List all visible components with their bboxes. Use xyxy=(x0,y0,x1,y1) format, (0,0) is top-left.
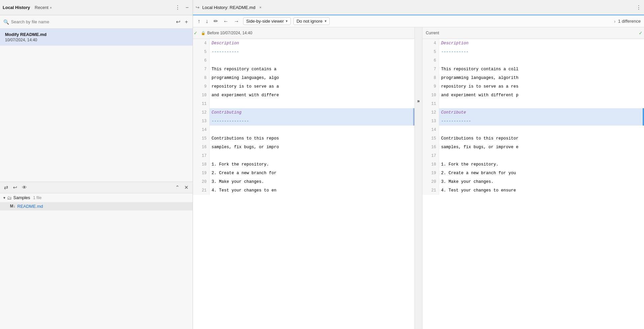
recent-tab[interactable]: Recent × xyxy=(33,4,54,11)
left-line-number: 11 xyxy=(193,100,210,108)
right-tab-bar: ↪ Local History: README.md × ⋮ xyxy=(193,0,644,15)
right-line-number: 11 xyxy=(422,100,439,108)
left-diff-row: 10and experiment with differe xyxy=(193,91,414,100)
right-diff-row: 9repository is to serve as a res xyxy=(422,82,644,91)
right-diff-row: 8programming languages, algorith xyxy=(422,74,644,82)
right-line-number: 14 xyxy=(422,126,439,134)
left-code-cell: repository is to serve as a xyxy=(210,82,414,91)
right-change-indicator xyxy=(643,108,644,126)
left-header: Local History Recent × ⋮ − xyxy=(0,0,193,15)
right-diff-row: 17 xyxy=(422,152,644,160)
add-button[interactable]: + xyxy=(184,18,189,26)
right-diff-row: 4Description xyxy=(422,39,644,48)
viewer-dropdown-arrow-icon: ▾ xyxy=(286,19,288,23)
tab-icon: ↪ xyxy=(196,5,200,10)
arrow-row xyxy=(415,174,422,183)
recent-tab-label: Recent xyxy=(35,5,48,10)
ignore-label: Do not ignore xyxy=(296,19,322,24)
diff-viewer: ✓ 🔒 Before 10/07/2024, 14:40 4Descriptio… xyxy=(193,27,644,329)
ignore-dropdown-arrow-icon: ▾ xyxy=(325,19,327,23)
right-code-cell: Contribute xyxy=(439,108,644,117)
swap-button[interactable]: ⇄ xyxy=(3,184,10,191)
left-diff-row: 15Contributions to this repos xyxy=(193,134,414,143)
arrow-row xyxy=(415,45,422,53)
arrow-row xyxy=(415,27,422,36)
left-code-cell: programming languages, algo xyxy=(210,74,414,82)
file-tree-body: ▾ 🗂 Samples 1 file M↓ README.md xyxy=(0,193,193,329)
eye-button[interactable]: 👁 xyxy=(21,184,28,191)
tab-close-button[interactable]: × xyxy=(259,5,261,9)
history-item[interactable]: Modify README.md 10/07/2024, 14:40 xyxy=(0,29,193,46)
right-diff-row: 192. Create a new branch for you xyxy=(422,169,644,177)
right-line-number: 19 xyxy=(422,169,439,177)
left-pane-title: Before 10/07/2024, 14:40 xyxy=(207,31,252,35)
right-diff-row: 181. Fork the repository. xyxy=(422,160,644,169)
left-line-number: 19 xyxy=(193,169,210,177)
right-line-number: 4 xyxy=(422,39,439,48)
viewer-dropdown[interactable]: Side-by-side viewer ▾ xyxy=(243,17,291,25)
right-code-cell: ----------- xyxy=(439,48,644,56)
tab-menu-icon[interactable]: ⋮ xyxy=(636,4,641,11)
nav-right-button[interactable]: → xyxy=(233,18,241,25)
right-code-cell: 4. Test your changes to ensure xyxy=(439,186,644,195)
left-diff-row: 4Description xyxy=(193,39,414,48)
left-line-number: 7 xyxy=(193,65,210,74)
right-code-cell: Contributions to this repositor xyxy=(439,134,644,143)
right-diff-row: 12Contribute xyxy=(422,108,644,117)
left-code-cell: This repository contains a xyxy=(210,65,414,74)
left-line-number: 18 xyxy=(193,160,210,169)
left-panel: Local History Recent × ⋮ − 🔍 ↩ + Modify … xyxy=(0,0,193,329)
ignore-dropdown[interactable]: Do not ignore ▾ xyxy=(293,17,329,25)
folder-count: 1 file xyxy=(33,195,42,200)
arrow-row xyxy=(415,149,422,157)
recent-tab-close[interactable]: × xyxy=(50,6,52,10)
left-diff-row: 13--------------- xyxy=(193,117,414,126)
navigate-down-button[interactable]: ↓ xyxy=(204,18,210,25)
right-line-number: 6 xyxy=(422,56,439,65)
left-code-cell: and experiment with differe xyxy=(210,91,414,100)
right-diff-row: 10and experiment with different p xyxy=(422,91,644,100)
navigate-up-button[interactable]: ↑ xyxy=(196,18,202,25)
arrow-row xyxy=(415,140,422,149)
right-pane-rows: 4Description5-----------67This repositor… xyxy=(422,39,644,329)
right-diff-row: 16samples, fix bugs, or improve e xyxy=(422,143,644,152)
folder-icon: 🗂 xyxy=(7,195,12,200)
tree-expand-button[interactable]: ⌃ xyxy=(174,184,181,191)
left-diff-row: 8programming languages, algo xyxy=(193,74,414,82)
arrow-row xyxy=(415,166,422,174)
left-code-cell: --------------- xyxy=(210,117,413,126)
right-diff-row: 6 xyxy=(422,56,644,65)
right-line-number: 15 xyxy=(422,134,439,143)
left-code-cell: Description xyxy=(210,39,414,48)
undo-button[interactable]: ↩ xyxy=(175,18,182,26)
diff-count: 1 difference xyxy=(618,19,641,24)
arrow-row xyxy=(415,79,422,88)
folder-row[interactable]: ▾ 🗂 Samples 1 file xyxy=(0,193,193,202)
left-code-cell: Contributing xyxy=(210,108,413,117)
left-line-number: 6 xyxy=(193,56,210,65)
arrow-row: » xyxy=(415,97,422,105)
undo-tree-button[interactable]: ↩ xyxy=(12,184,19,191)
left-line-number: 21 xyxy=(193,186,210,195)
edit-button[interactable]: ✏ xyxy=(212,17,219,25)
right-diff-row: 7This repository contains a coll xyxy=(422,65,644,74)
history-item-title: Modify README.md xyxy=(5,32,189,37)
search-input[interactable] xyxy=(11,19,173,24)
left-line-number: 12 xyxy=(193,108,210,117)
minimize-button[interactable]: − xyxy=(184,4,190,11)
arrow-row xyxy=(415,62,422,71)
left-diff-row: 203. Make your changes. xyxy=(193,177,414,186)
right-code-cell: 1. Fork the repository. xyxy=(439,160,644,169)
arrow-row xyxy=(415,131,422,140)
more-options-button[interactable]: ⋮ xyxy=(174,4,182,11)
nav-left-button[interactable]: ← xyxy=(222,18,230,25)
left-code-cell: Contributions to this repos xyxy=(210,134,414,143)
tree-close-button[interactable]: ✕ xyxy=(183,184,190,191)
search-bar: 🔍 ↩ + xyxy=(0,15,193,29)
left-code-cell: 1. Fork the repository. xyxy=(210,160,414,169)
right-diff-row: 13------------ xyxy=(422,117,644,126)
left-code-cell: ----------- xyxy=(210,48,414,56)
left-pane-header: ✓ 🔒 Before 10/07/2024, 14:40 xyxy=(193,27,414,39)
file-row[interactable]: M↓ README.md xyxy=(0,202,193,210)
right-code-cell: programming languages, algorith xyxy=(439,74,644,82)
